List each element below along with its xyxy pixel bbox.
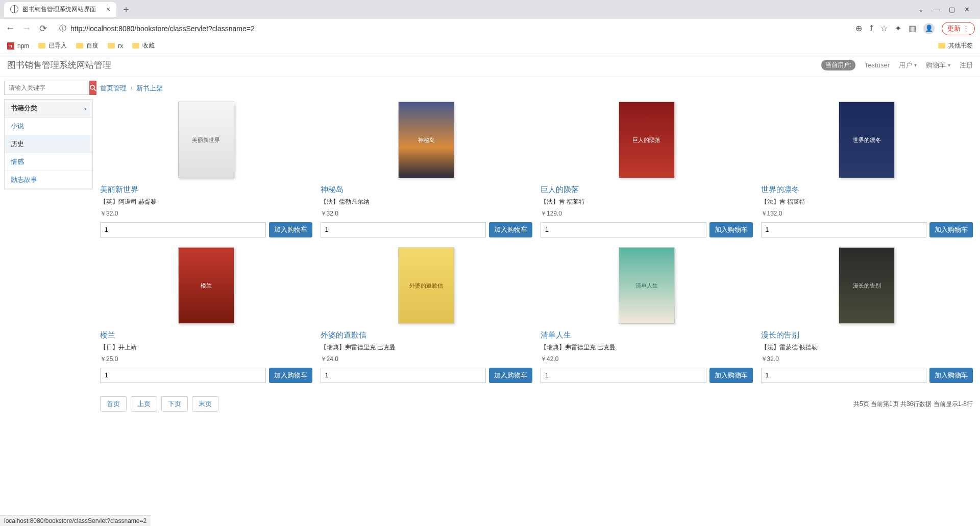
new-tab-button[interactable]: ＋ [121, 3, 131, 15]
nav-user[interactable]: 用户▾ [899, 61, 917, 70]
book-author: 【瑞典】弗雷德里克 巴克曼 [541, 343, 753, 352]
chevron-down-icon[interactable]: ⌄ [918, 6, 924, 13]
category-item[interactable]: 历史 [5, 135, 92, 153]
address-bar: ← → ⟳ ⓘ http://localhost:8080/bookstore/… [0, 18, 980, 38]
book-price: ￥32.0 [100, 209, 312, 218]
product-card: 美丽新世界美丽新世界【英】阿道司 赫胥黎￥32.0加入购物车 [96, 99, 316, 245]
maximize-icon[interactable]: ▢ [949, 6, 955, 13]
nav-cart[interactable]: 购物车▾ [926, 61, 950, 70]
browser-tab[interactable]: 图书销售管理系统网站界面 × [4, 2, 116, 17]
bookmark-npm[interactable]: nnpm [7, 42, 29, 50]
profile-avatar[interactable]: 👤 [923, 23, 935, 34]
tab-close-icon[interactable]: × [106, 5, 110, 13]
product-card: 世界的凛冬世界的凛冬【法】肯 福莱特￥132.0加入购物车 [757, 99, 977, 245]
book-cover[interactable]: 外婆的道歉信 [398, 247, 454, 324]
book-cover-wrap: 神秘岛 [321, 99, 533, 181]
folder-icon [108, 43, 115, 49]
book-cover-wrap: 世界的凛冬 [761, 99, 973, 181]
book-cover[interactable]: 巨人的陨落 [619, 102, 675, 178]
add-to-cart-button[interactable]: 加入购物车 [489, 368, 532, 383]
book-author: 【法】雷蒙德 钱德勒 [761, 343, 973, 352]
minimize-icon[interactable]: — [933, 6, 940, 13]
bookmark-rx[interactable]: rx [108, 42, 123, 50]
book-title[interactable]: 神秘岛 [321, 185, 533, 195]
category-panel: 书籍分类 › 小说历史情感励志故事 [4, 99, 93, 189]
folder-icon [938, 43, 945, 49]
pager-last[interactable]: 末页 [192, 396, 218, 412]
book-title[interactable]: 漫长的告别 [761, 330, 973, 340]
quantity-input[interactable] [100, 222, 266, 237]
book-cover[interactable]: 楼兰 [178, 247, 234, 324]
pager-first[interactable]: 首页 [100, 396, 127, 412]
add-to-cart-button[interactable]: 加入购物车 [709, 222, 753, 237]
main-content: 首页管理 / 新书上架 美丽新世界美丽新世界【英】阿道司 赫胥黎￥32.0加入购… [93, 77, 980, 419]
extension-icon[interactable]: ✦ [895, 23, 901, 33]
share-icon[interactable]: ⤴ [869, 24, 873, 33]
sidepanel-icon[interactable]: ▥ [909, 23, 916, 33]
forward-button[interactable]: → [21, 23, 32, 34]
book-price: ￥32.0 [321, 209, 533, 218]
info-icon[interactable]: ⓘ [59, 24, 66, 33]
caret-down-icon: ▾ [914, 62, 917, 68]
quantity-input[interactable] [541, 368, 706, 383]
close-icon[interactable]: ✕ [964, 6, 970, 13]
add-to-cart-button[interactable]: 加入购物车 [269, 222, 312, 237]
book-cover-wrap: 巨人的陨落 [541, 99, 753, 181]
book-cover[interactable]: 世界的凛冬 [839, 102, 895, 178]
category-item[interactable]: 情感 [5, 153, 92, 171]
book-title[interactable]: 外婆的道歉信 [321, 330, 533, 340]
quantity-input[interactable] [321, 368, 486, 383]
add-to-cart-button[interactable]: 加入购物车 [269, 368, 312, 383]
quantity-input[interactable] [761, 368, 927, 383]
category-header[interactable]: 书籍分类 › [5, 100, 92, 117]
other-bookmarks[interactable]: 其他书签 [938, 41, 973, 50]
search-input[interactable] [4, 81, 89, 95]
tab-title: 图书销售管理系统网站界面 [22, 5, 96, 14]
reload-button[interactable]: ⟳ [38, 23, 48, 34]
bookmarks-bar: nnpm 已导入 百度 rx 收藏 其他书签 [0, 38, 980, 54]
breadcrumb-home[interactable]: 首页管理 [100, 84, 127, 92]
product-card: 巨人的陨落巨人的陨落【法】肯 福莱特￥129.0加入购物车 [536, 99, 757, 245]
category-item[interactable]: 小说 [5, 117, 92, 135]
quantity-input[interactable] [541, 222, 706, 237]
book-title[interactable]: 世界的凛冬 [761, 185, 973, 195]
back-button[interactable]: ← [5, 23, 15, 34]
pager-next[interactable]: 下页 [161, 396, 188, 412]
book-cover-wrap: 美丽新世界 [100, 99, 312, 181]
book-price: ￥24.0 [321, 355, 533, 364]
bookmark-favs[interactable]: 收藏 [132, 41, 155, 50]
quantity-input[interactable] [761, 222, 927, 237]
zoom-icon[interactable]: ⊕ [855, 23, 862, 33]
bookmark-baidu[interactable]: 百度 [76, 41, 99, 50]
quantity-input[interactable] [100, 368, 266, 383]
current-user-badge: 当前用户: [821, 60, 855, 70]
star-icon[interactable]: ☆ [880, 23, 888, 33]
npm-icon: n [7, 42, 14, 50]
book-author: 【英】阿道司 赫胥黎 [100, 198, 312, 206]
add-to-cart-button[interactable]: 加入购物车 [929, 222, 973, 237]
category-item[interactable]: 励志故事 [5, 171, 92, 189]
pager-prev[interactable]: 上页 [131, 396, 157, 412]
breadcrumb: 首页管理 / 新书上架 [93, 82, 980, 99]
book-cover[interactable]: 神秘岛 [398, 102, 454, 178]
update-button[interactable]: 更新⋮ [942, 22, 975, 35]
nav-register[interactable]: 注册 [960, 61, 973, 70]
add-to-cart-button[interactable]: 加入购物车 [489, 222, 532, 237]
page-title: 图书销售管理系统网站管理 [7, 59, 111, 71]
book-title[interactable]: 楼兰 [100, 330, 312, 340]
quantity-input[interactable] [321, 222, 486, 237]
book-title[interactable]: 清单人生 [541, 330, 753, 340]
book-cover[interactable]: 漫长的告别 [839, 247, 895, 324]
add-to-cart-button[interactable]: 加入购物车 [929, 368, 973, 383]
book-author: 【瑞典】弗雷德里克 巴克曼 [321, 343, 533, 352]
browser-chrome: 图书销售管理系统网站界面 × ＋ ⌄ — ▢ ✕ ← → ⟳ ⓘ http://… [0, 0, 980, 54]
bookmark-imported[interactable]: 已导入 [38, 41, 67, 50]
breadcrumb-current[interactable]: 新书上架 [136, 84, 163, 92]
url-input[interactable]: ⓘ http://localhost:8080/bookstore/classS… [54, 22, 849, 35]
book-title[interactable]: 美丽新世界 [100, 185, 312, 195]
book-title[interactable]: 巨人的陨落 [541, 185, 753, 195]
add-to-cart-button[interactable]: 加入购物车 [709, 368, 753, 383]
book-cover[interactable]: 清单人生 [619, 247, 675, 324]
sidebar: 书籍分类 › 小说历史情感励志故事 [0, 77, 93, 419]
book-cover[interactable]: 美丽新世界 [178, 102, 234, 178]
